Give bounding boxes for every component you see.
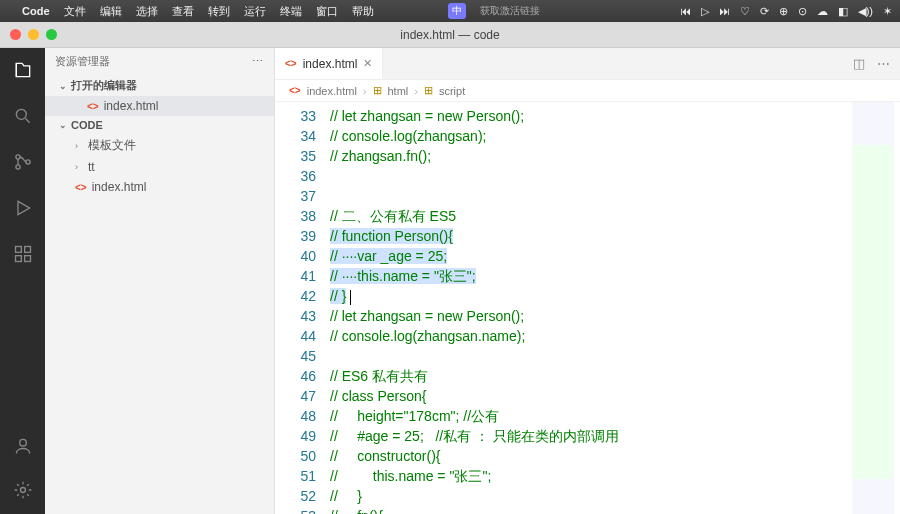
split-editor-icon[interactable]: ◫ — [853, 56, 865, 71]
traffic-lights — [0, 29, 57, 40]
open-editors-label: 打开的编辑器 — [71, 78, 137, 93]
explorer-more-icon[interactable]: ⋯ — [252, 55, 264, 68]
line-numbers: 3334353637383940414243444546474849505152… — [275, 102, 330, 514]
chevron-right-icon: › — [414, 85, 418, 97]
code-editor[interactable]: 3334353637383940414243444546474849505152… — [275, 102, 900, 514]
folder-templates[interactable]: ›模板文件 — [45, 134, 274, 157]
svg-point-0 — [16, 109, 26, 119]
settings-icon[interactable] — [11, 478, 35, 502]
html-file-icon: <> — [289, 85, 301, 96]
minimap[interactable] — [852, 102, 894, 514]
svg-point-1 — [15, 155, 19, 159]
input-method-badge[interactable]: 中 — [448, 3, 466, 19]
svg-rect-7 — [24, 256, 30, 262]
activity-bar — [0, 48, 45, 514]
crumb-html[interactable]: html — [388, 85, 409, 97]
tab-more-icon[interactable]: ⋯ — [877, 56, 890, 71]
menubar-right: ⏮ ▷ ⏭ ♡ ⟳ ⊕ ⊙ ☁ ◧ ◀)) ✶ — [680, 5, 892, 18]
display-icon[interactable]: ◧ — [838, 5, 848, 18]
crumb-file[interactable]: index.html — [307, 85, 357, 97]
close-icon[interactable] — [10, 29, 21, 40]
extensions-icon[interactable] — [11, 242, 35, 266]
explorer-sidebar: 资源管理器 ⋯ ⌄打开的编辑器 <>index.html ⌄CODE ›模板文件… — [45, 48, 275, 514]
zoom-icon[interactable] — [46, 29, 57, 40]
menu-window[interactable]: 窗口 — [316, 4, 338, 19]
chevron-right-icon: › — [75, 162, 83, 172]
vscode-window: index.html — code 资源管理器 ⋯ ⌄打开的编辑器 <>inde… — [0, 22, 900, 514]
chevron-right-icon: › — [363, 85, 367, 97]
open-editor-indexhtml[interactable]: <>index.html — [45, 96, 274, 116]
search-icon[interactable] — [11, 104, 35, 128]
svg-rect-6 — [15, 256, 21, 262]
svg-rect-4 — [15, 247, 21, 253]
cloud-icon[interactable]: ☁ — [817, 5, 828, 18]
breadcrumbs[interactable]: <> index.html › ⊞ html › ⊞ script — [275, 80, 900, 102]
html-file-icon: <> — [87, 101, 99, 112]
activation-link[interactable]: 获取激活链接 — [480, 4, 540, 18]
file-label: index.html — [104, 99, 159, 113]
window-title: index.html — code — [0, 28, 900, 42]
menu-select[interactable]: 选择 — [136, 4, 158, 19]
workspace-label: CODE — [71, 119, 103, 131]
star-icon[interactable]: ✶ — [883, 5, 892, 18]
explorer-header: 资源管理器 ⋯ — [45, 48, 274, 75]
app-name[interactable]: Code — [22, 5, 50, 17]
tab-label: index.html — [303, 57, 358, 71]
explorer-title: 资源管理器 — [55, 54, 110, 69]
play-icon[interactable]: ▷ — [701, 5, 709, 18]
brackets-icon: ⊞ — [424, 84, 433, 97]
workspace-section[interactable]: ⌄CODE — [45, 116, 274, 134]
html-file-icon: <> — [75, 182, 87, 193]
editor-area: <> index.html ✕ ◫ ⋯ <> index.html › ⊞ ht… — [275, 48, 900, 514]
code-lines[interactable]: // let zhangsan = new Person();// consol… — [330, 102, 900, 514]
heart-icon[interactable]: ♡ — [740, 5, 750, 18]
svg-rect-5 — [24, 247, 30, 253]
folder-tt[interactable]: ›tt — [45, 157, 274, 177]
html-file-icon: <> — [285, 58, 297, 69]
tab-close-icon[interactable]: ✕ — [363, 57, 372, 70]
source-control-icon[interactable] — [11, 150, 35, 174]
folder-label: 模板文件 — [88, 137, 136, 154]
menu-goto[interactable]: 转到 — [208, 4, 230, 19]
menu-file[interactable]: 文件 — [64, 4, 86, 19]
chevron-right-icon: › — [75, 141, 83, 151]
file-label: index.html — [92, 180, 147, 194]
open-editors-section[interactable]: ⌄打开的编辑器 — [45, 75, 274, 96]
svg-point-2 — [15, 165, 19, 169]
titlebar[interactable]: index.html — code — [0, 22, 900, 48]
crumb-script[interactable]: script — [439, 85, 465, 97]
status2-icon[interactable]: ⊙ — [798, 5, 807, 18]
volume-icon[interactable]: ◀)) — [858, 5, 873, 18]
refresh-icon[interactable]: ⟳ — [760, 5, 769, 18]
macos-menubar: Code 文件 编辑 选择 查看 转到 运行 终端 窗口 帮助 中 获取激活链接… — [0, 0, 900, 22]
status1-icon[interactable]: ⊕ — [779, 5, 788, 18]
svg-point-9 — [20, 488, 25, 493]
folder-label: tt — [88, 160, 95, 174]
menu-run[interactable]: 运行 — [244, 4, 266, 19]
run-debug-icon[interactable] — [11, 196, 35, 220]
explorer-icon[interactable] — [11, 58, 35, 82]
brackets-icon: ⊞ — [373, 84, 382, 97]
next-icon[interactable]: ⏭ — [719, 5, 730, 17]
svg-point-8 — [19, 439, 26, 446]
account-icon[interactable] — [11, 434, 35, 458]
menu-terminal[interactable]: 终端 — [280, 4, 302, 19]
minimize-icon[interactable] — [28, 29, 39, 40]
file-indexhtml[interactable]: <>index.html — [45, 177, 274, 197]
menu-edit[interactable]: 编辑 — [100, 4, 122, 19]
tab-indexhtml[interactable]: <> index.html ✕ — [275, 48, 383, 79]
editor-tabs: <> index.html ✕ ◫ ⋯ — [275, 48, 900, 80]
prev-icon[interactable]: ⏮ — [680, 5, 691, 17]
menu-view[interactable]: 查看 — [172, 4, 194, 19]
menu-help[interactable]: 帮助 — [352, 4, 374, 19]
svg-point-3 — [25, 160, 29, 164]
